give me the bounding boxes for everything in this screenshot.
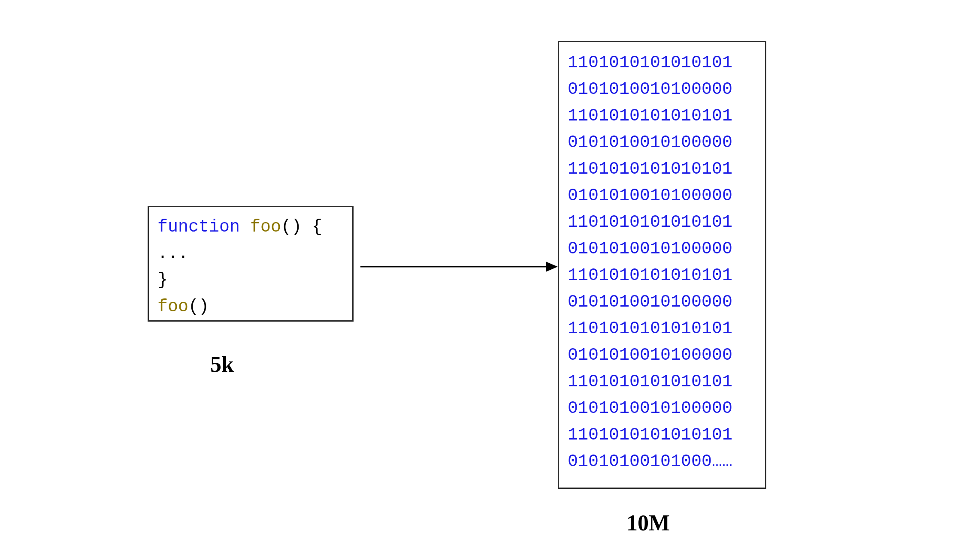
binary-output-box: 1101010101010101 0101010010100000 110101… bbox=[558, 41, 766, 489]
binary-line: 0101010010100000 bbox=[568, 183, 756, 209]
binary-line: 1101010101010101 bbox=[568, 50, 756, 76]
binary-line: 1101010101010101 bbox=[568, 422, 756, 449]
binary-line: 0101010010100000 bbox=[568, 395, 756, 422]
arrow-icon bbox=[360, 254, 558, 280]
source-line-1: function foo() { bbox=[157, 214, 344, 241]
call-name: foo bbox=[157, 297, 188, 316]
paren-open-brace: () { bbox=[281, 217, 322, 237]
diagram-canvas: function foo() { ... } foo() 5k 11010101… bbox=[0, 0, 980, 551]
binary-line: 1101010101010101 bbox=[568, 369, 756, 395]
binary-line: 01010100101000…… bbox=[568, 449, 756, 475]
binary-line: 1101010101010101 bbox=[568, 103, 756, 129]
binary-line: 0101010010100000 bbox=[568, 342, 756, 369]
source-code-box: function foo() { ... } foo() bbox=[148, 206, 354, 322]
binary-line: 1101010101010101 bbox=[568, 209, 756, 236]
binary-line: 1101010101010101 bbox=[568, 262, 756, 289]
binary-line: 0101010010100000 bbox=[568, 129, 756, 156]
source-size-label: 5k bbox=[210, 352, 234, 377]
keyword-function: function bbox=[157, 217, 240, 237]
source-line-2: ... bbox=[157, 241, 344, 267]
source-line-4: foo() bbox=[157, 294, 344, 320]
source-line-3: } bbox=[157, 267, 344, 294]
function-name: foo bbox=[250, 217, 281, 237]
binary-line: 1101010101010101 bbox=[568, 316, 756, 342]
binary-line: 0101010010100000 bbox=[568, 289, 756, 316]
binary-line: 0101010010100000 bbox=[568, 236, 756, 262]
binary-line: 1101010101010101 bbox=[568, 156, 756, 183]
binary-line: 0101010010100000 bbox=[568, 76, 756, 103]
svg-marker-1 bbox=[546, 262, 558, 272]
target-size-label: 10M bbox=[626, 510, 670, 536]
call-parens: () bbox=[188, 297, 209, 316]
